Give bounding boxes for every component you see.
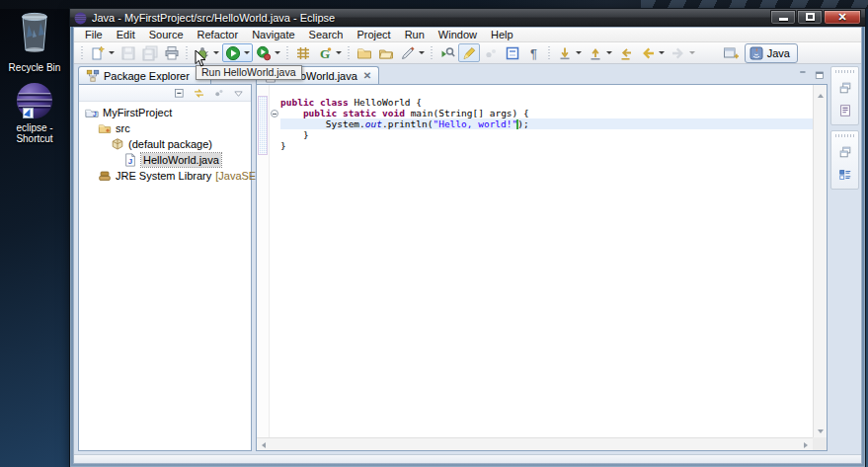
close-icon[interactable]: ✕ [361, 71, 371, 81]
tree-item-jre-system-library[interactable]: JRE System Library[JavaSE-1.6] [79, 168, 251, 184]
code-segment: main(String[] args) { [405, 108, 529, 118]
code-segment: HelloWorld { [349, 97, 422, 108]
editor-vscrollbar[interactable] [813, 85, 827, 437]
minimize-button[interactable] [770, 10, 796, 25]
dropdown-arrow-icon[interactable] [576, 51, 582, 54]
scroll-down-icon[interactable] [818, 429, 824, 433]
save-all-icon [142, 45, 158, 61]
code-line-current: System.out.println("Hello, world!"); [280, 118, 813, 129]
tree-item-helloworld-java[interactable]: JHelloWorld.java [79, 152, 251, 168]
scroll-right-icon[interactable] [804, 442, 808, 448]
package-explorer-tab[interactable]: Package Explorer ✕ [78, 66, 211, 84]
focus-button[interactable] [210, 86, 227, 101]
dropdown-arrow-icon[interactable] [689, 51, 695, 54]
next-annotation-button[interactable] [554, 43, 585, 62]
menu-run[interactable]: Run [398, 28, 432, 42]
run-button[interactable] [222, 43, 253, 62]
editor-stack-buttons [798, 69, 826, 81]
tree-item-default-package[interactable]: (default package) [79, 136, 251, 152]
collapse-all-button[interactable] [171, 86, 188, 101]
menu-refactor[interactable]: Refactor [191, 28, 246, 42]
show-source-button[interactable] [502, 43, 523, 62]
show-whitespace-icon: ¶ [526, 45, 542, 61]
task-list-button[interactable] [836, 167, 854, 183]
restore-view-button[interactable] [836, 80, 854, 96]
menu-window[interactable]: Window [432, 28, 484, 42]
menu-source[interactable]: Source [142, 28, 191, 42]
project-tree: JMyFirstProjectsrc(default package)JHell… [79, 102, 251, 184]
open-folder-icon [356, 45, 372, 61]
code-segment: public [280, 97, 314, 108]
dropdown-arrow-icon[interactable] [244, 51, 250, 54]
new-java-project-button[interactable] [292, 43, 314, 62]
link-with-editor-button[interactable] [191, 86, 207, 101]
menu-bar: FileEditSourceRefactorNavigateSearchProj… [74, 28, 861, 42]
gray-orbs-icon [483, 45, 499, 61]
recycle-bin-icon[interactable]: Recycle Bin [6, 10, 63, 75]
source-folder-icon [98, 121, 112, 135]
window-title: Java - MyFirstProject/src/HelloWorld.jav… [92, 12, 765, 24]
menu-search[interactable]: Search [302, 28, 351, 42]
fold-collapse-icon[interactable] [271, 110, 278, 117]
tree-item-src[interactable]: src [79, 120, 251, 136]
folding-bar[interactable] [271, 85, 279, 437]
external-tools-button[interactable] [253, 43, 283, 62]
drag-handle[interactable] [835, 134, 854, 137]
restore-view-button[interactable] [836, 144, 854, 160]
editor-hscrollbar[interactable] [257, 437, 813, 450]
open-folder2-button[interactable] [375, 43, 397, 62]
open-perspective-button[interactable] [720, 43, 742, 62]
forward-icon [671, 45, 686, 61]
save-all-button[interactable] [139, 43, 161, 62]
view-menu-button[interactable] [230, 86, 247, 101]
gray-orbs-button[interactable] [480, 43, 502, 62]
menu-file[interactable]: File [78, 28, 110, 42]
dropdown-arrow-icon[interactable] [213, 51, 219, 54]
dropdown-arrow-icon[interactable] [275, 51, 280, 54]
dropdown-arrow-icon[interactable] [606, 51, 612, 54]
menu-project[interactable]: Project [350, 28, 397, 42]
toolbar-drag-handle [80, 46, 83, 60]
vertical-ruler[interactable] [257, 85, 270, 437]
open-type-button[interactable]: G [314, 43, 345, 62]
dropdown-arrow-icon[interactable] [659, 51, 665, 54]
back-button[interactable] [637, 43, 668, 62]
menu-edit[interactable]: Edit [110, 28, 142, 42]
show-whitespace-button[interactable]: ¶ [523, 43, 545, 62]
task-list-icon [838, 168, 852, 182]
dropdown-arrow-icon[interactable] [336, 51, 342, 54]
brush-button[interactable] [397, 43, 428, 62]
package-explorer-tab-icon [86, 69, 100, 83]
scroll-left-icon[interactable] [262, 442, 266, 448]
outline-view-button[interactable] [836, 103, 854, 118]
package-explorer-body: JMyFirstProjectsrc(default package)JHell… [78, 84, 252, 451]
close-button[interactable]: ✕ [824, 10, 861, 25]
java-perspective-button[interactable]: Java [745, 43, 798, 63]
tree-item-label: src [116, 121, 130, 135]
maximize-button[interactable] [797, 10, 823, 25]
forward-button[interactable] [668, 43, 698, 62]
java-project-icon: J [85, 106, 99, 119]
scroll-up-icon[interactable] [818, 94, 824, 98]
menu-navigate[interactable]: Navigate [245, 28, 301, 42]
last-edit-location-button[interactable] [615, 43, 637, 62]
window-body: FileEditSourceRefactorNavigateSearchProj… [73, 27, 862, 464]
menu-help[interactable]: Help [484, 28, 520, 42]
save-button[interactable] [118, 43, 139, 62]
dropdown-arrow-icon[interactable] [419, 51, 425, 54]
svg-text:¶: ¶ [530, 45, 537, 60]
print-button[interactable] [161, 43, 183, 62]
title-bar[interactable]: Java - MyFirstProject/src/HelloWorld.jav… [70, 9, 865, 27]
drag-handle[interactable] [835, 70, 854, 73]
mark-occurrences-icon [461, 45, 477, 61]
eclipse-shortcut-icon[interactable]: eclipse - Shortcut [6, 81, 63, 144]
new-wizard-button[interactable] [87, 43, 118, 62]
code-editor[interactable]: public class HelloWorld { public static … [280, 85, 813, 437]
tree-item-myfirstproject[interactable]: JMyFirstProject [79, 105, 251, 120]
previous-annotation-button[interactable] [585, 43, 615, 62]
open-folder-button[interactable] [354, 43, 375, 62]
dropdown-arrow-icon[interactable] [109, 51, 115, 54]
mark-occurrences-button[interactable] [458, 43, 480, 62]
window-eclipse-logo-icon [74, 11, 87, 24]
annotation-search-button[interactable] [436, 43, 458, 62]
